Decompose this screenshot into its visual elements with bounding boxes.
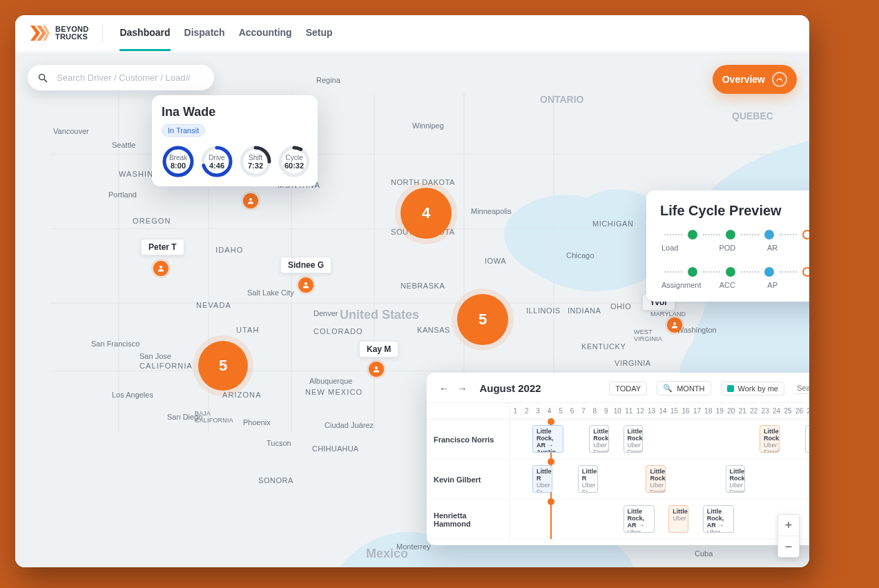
- brand-logo: BEYOND TRUCKS: [30, 26, 88, 41]
- track-area: Little Rock, AR →Uber Freight · 209Littl…: [510, 500, 809, 539]
- driver-popup: Ina Wade In Transit Break8:00Drive4:46Sh…: [152, 95, 318, 186]
- calendar-search-input[interactable]: [795, 383, 809, 393]
- day-header: 24: [771, 403, 782, 419]
- load-card[interactable]: Little RockUber Freight: [805, 425, 809, 453]
- driver-name-cell[interactable]: Kevin Gilbert: [427, 460, 510, 499]
- nav-dispatch[interactable]: Dispatch: [184, 27, 225, 51]
- hos-ring: Shift7:32: [239, 145, 272, 178]
- day-header: 15: [668, 403, 679, 419]
- load-card[interactable]: Little Rock, AR → Austin, TXUber Freight…: [532, 425, 563, 453]
- lifecycle-title: Life Cycle Preview: [660, 203, 809, 219]
- filter-workbyme[interactable]: Work by me: [721, 382, 784, 395]
- hos-rings: Break8:00Drive4:46Shift7:32Cycle60:32: [162, 145, 308, 178]
- search-icon: [37, 72, 48, 84]
- popup-driver-name: Ina Wade: [162, 105, 308, 119]
- nav-setup[interactable]: Setup: [306, 27, 333, 51]
- day-header: 19: [714, 403, 725, 419]
- calendar-row: Kevin GilbertLittle RUber FrLittle RUber…: [427, 460, 809, 500]
- overview-label: Overview: [722, 74, 765, 85]
- svg-line-12: [44, 79, 47, 82]
- view-month-button[interactable]: 🔍 MONTH: [657, 381, 711, 395]
- day-header: 18: [703, 403, 714, 419]
- lifecycle-row-2: [660, 267, 809, 277]
- day-header: 4: [543, 403, 554, 419]
- now-indicator: [550, 500, 552, 539]
- load-card[interactable]: LittleUber: [668, 505, 688, 533]
- load-card[interactable]: Little RockUber Freight: [760, 425, 780, 453]
- load-card[interactable]: Little RockUber Freight: [589, 425, 609, 453]
- calendar-prev-button[interactable]: ←: [436, 382, 452, 395]
- zoom-out-button[interactable]: −: [778, 536, 799, 557]
- day-header: 21: [737, 403, 748, 419]
- day-header: 7: [578, 403, 589, 419]
- nav-dashboard[interactable]: Dashboard: [119, 27, 170, 51]
- load-card[interactable]: Little RockUber Freight: [624, 425, 644, 453]
- today-button[interactable]: TODAY: [609, 382, 647, 395]
- lifecycle-labels-1: LoadPOD ARINV: [660, 244, 809, 252]
- day-header: 6: [566, 403, 577, 419]
- hos-ring: Drive4:46: [200, 145, 233, 178]
- search-input[interactable]: [55, 72, 202, 84]
- day-header: 10: [612, 403, 623, 419]
- calendar-day-header: 1234567891011121314151617181920212223242…: [427, 403, 809, 420]
- day-header: 22: [748, 403, 759, 419]
- day-header: 1: [510, 403, 521, 419]
- calendar-row: Francisco NorrisLittle Rock, AR → Austin…: [427, 420, 809, 460]
- load-card[interactable]: Little Rock, AR →Uber Freight · 209: [624, 505, 655, 533]
- hos-ring: Cycle60:32: [278, 145, 311, 178]
- calendar-panel: ← → August 2022 TODAY 🔍 MONTH Work by me: [427, 373, 809, 545]
- calendar-next-button[interactable]: →: [454, 382, 470, 395]
- map-cluster[interactable]: 5: [457, 294, 508, 345]
- day-header: 2: [521, 403, 532, 419]
- map-cluster[interactable]: 4: [400, 188, 452, 239]
- magnifier-icon: 🔍: [663, 384, 673, 393]
- load-card[interactable]: Little RockUber Freight: [646, 465, 666, 493]
- day-header: 20: [726, 403, 737, 419]
- overview-button[interactable]: Overview: [713, 65, 797, 94]
- driver-name-cell[interactable]: Henrietta Hammond: [427, 500, 510, 539]
- calendar-search[interactable]: 🔍: [794, 382, 809, 394]
- calendar-row: Henrietta HammondLittle Rock, AR →Uber F…: [427, 500, 809, 540]
- load-card[interactable]: Little Rock, AR →Uber Freight · 209: [703, 505, 734, 533]
- status-badge: In Transit: [162, 124, 205, 137]
- driver-chip[interactable]: Kay M: [359, 341, 398, 357]
- driver-pin-icon[interactable]: [153, 261, 168, 276]
- day-header: 13: [646, 403, 657, 419]
- driver-pin-icon[interactable]: [298, 277, 313, 293]
- day-header: 16: [680, 403, 691, 419]
- nav-accounting[interactable]: Accounting: [239, 27, 292, 51]
- search-bar[interactable]: [28, 65, 214, 90]
- map-zoom-control: + −: [777, 514, 800, 558]
- driver-name-cell[interactable]: Francisco Norris: [427, 420, 510, 459]
- calendar-header: ← → August 2022 TODAY 🔍 MONTH Work by me: [427, 381, 809, 403]
- day-header: 17: [691, 403, 702, 419]
- day-header: 26: [793, 403, 804, 419]
- day-header: 23: [760, 403, 771, 419]
- zoom-in-button[interactable]: +: [778, 515, 799, 536]
- day-header: 27: [805, 403, 809, 419]
- load-card[interactable]: Little RUber Fr: [578, 465, 598, 493]
- day-header: 12: [635, 403, 646, 419]
- chevrons-icon: [30, 26, 50, 41]
- check-icon: [727, 385, 734, 392]
- speedometer-icon: [772, 72, 787, 87]
- driver-chip[interactable]: Peter T: [141, 239, 184, 255]
- load-card[interactable]: Little RUber Fr: [532, 465, 552, 493]
- app-window: BEYOND TRUCKS Dashboard Dispatch Account…: [15, 15, 809, 567]
- separator: [102, 23, 103, 43]
- lifecycle-row-1: [660, 230, 809, 239]
- map-canvas[interactable]: United States Mexico ONTARIO QUEBEC The …: [15, 52, 809, 567]
- load-card[interactable]: Little RockUber Freight: [726, 465, 746, 493]
- driver-chip[interactable]: Sidnee G: [280, 257, 331, 273]
- day-header: 11: [624, 403, 635, 419]
- driver-pin-icon[interactable]: [369, 362, 384, 377]
- track-area: Little RUber FrLittle RUber FrLittle Roc…: [510, 460, 809, 499]
- driver-pin-icon[interactable]: [243, 193, 258, 208]
- day-header: 9: [601, 403, 612, 419]
- brand-text: BEYOND TRUCKS: [55, 26, 88, 41]
- svg-point-11: [39, 74, 45, 79]
- driver-pin-icon[interactable]: [667, 317, 682, 333]
- track-area: Little Rock, AR → Austin, TXUber Freight…: [510, 420, 809, 459]
- calendar-title: August 2022: [479, 382, 599, 394]
- map-cluster[interactable]: 5: [198, 341, 248, 391]
